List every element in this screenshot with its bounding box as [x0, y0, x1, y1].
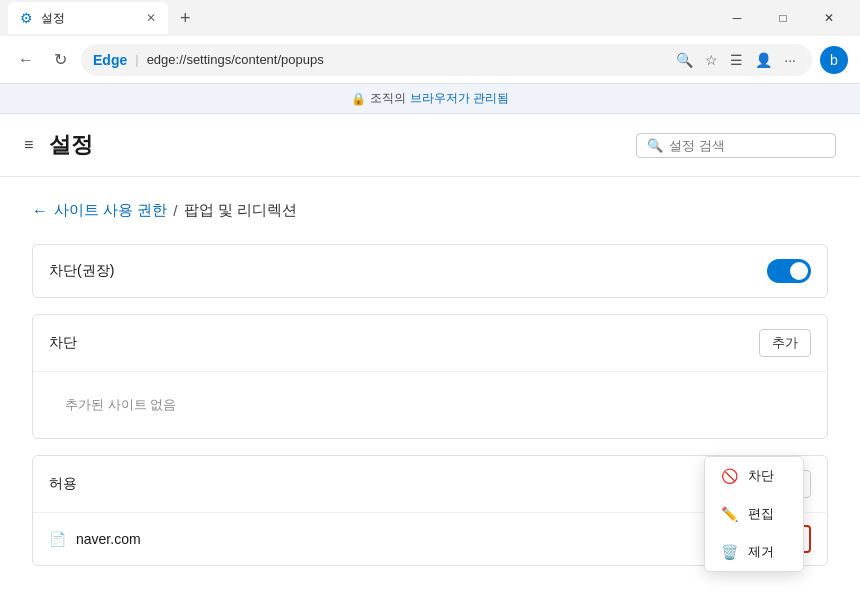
collections-button[interactable]: ☰: [726, 48, 747, 72]
block-toggle[interactable]: [767, 259, 811, 283]
more-button[interactable]: ···: [780, 48, 800, 72]
site-doc-icon: 📄: [49, 531, 66, 547]
tab-close-button[interactable]: ✕: [146, 11, 156, 25]
search-input[interactable]: [669, 138, 837, 153]
ctx-item-icon: 🚫: [721, 468, 738, 484]
addressbar: ← ↻ Edge | edge://settings/content/popup…: [0, 36, 860, 84]
ctx-item-label: 편집: [748, 505, 774, 523]
address-icons: 🔍 ☆ ☰ 👤 ···: [672, 48, 800, 72]
block-list-empty-label: 추가된 사이트 없음: [49, 386, 192, 424]
back-button[interactable]: ←: [12, 47, 40, 73]
block-recommended-row: 차단(권장): [33, 245, 827, 297]
tab-label: 설정: [41, 10, 65, 27]
menu-button[interactable]: ≡: [24, 136, 33, 154]
search-icon: 🔍: [647, 138, 663, 153]
ctx-item-icon: ✏️: [721, 506, 738, 522]
ctx-item-label: 차단: [748, 467, 774, 485]
window-controls: ─ □ ✕: [714, 2, 852, 34]
profile-button[interactable]: 👤: [751, 48, 776, 72]
page-title: 설정: [49, 130, 93, 160]
lock-icon: 🔒: [351, 92, 366, 106]
block-list-header-row: 차단 추가: [33, 315, 827, 372]
org-bar: 🔒 조직의 브라우저가 관리됨: [0, 84, 860, 114]
search-icon-btn[interactable]: 🔍: [672, 48, 697, 72]
address-url: edge://settings/content/popups: [147, 52, 324, 67]
managed-link[interactable]: 브라우저가 관리됨: [410, 90, 509, 107]
block-list-section: 차단 추가 추가된 사이트 없음: [32, 314, 828, 439]
block-recommended-label: 차단(권장): [49, 262, 767, 280]
tab-settings-icon: ⚙: [20, 10, 33, 26]
context-menu-item[interactable]: 🗑️제거: [705, 533, 803, 571]
block-list-empty-row: 추가된 사이트 없음: [33, 372, 827, 438]
block-add-button[interactable]: 추가: [759, 329, 811, 357]
context-menu-item[interactable]: ✏️편집: [705, 495, 803, 533]
active-tab: ⚙ 설정 ✕: [8, 2, 168, 34]
context-menu: 🚫차단✏️편집🗑️제거: [704, 456, 804, 572]
ctx-item-icon: 🗑️: [721, 544, 738, 560]
breadcrumb-separator: /: [173, 202, 177, 219]
block-recommended-section: 차단(권장): [32, 244, 828, 298]
context-menu-item[interactable]: 🚫차단: [705, 457, 803, 495]
settings-header: ≡ 설정 🔍: [0, 114, 860, 177]
new-tab-button[interactable]: +: [172, 8, 199, 29]
toggle-knob: [790, 262, 808, 280]
address-box[interactable]: Edge | edge://settings/content/popups 🔍 …: [81, 44, 812, 76]
window-close-button[interactable]: ✕: [806, 2, 852, 34]
bing-button[interactable]: b: [820, 46, 848, 74]
org-text: 조직의: [370, 90, 406, 107]
minimize-button[interactable]: ─: [714, 2, 760, 34]
site-name: naver.com: [76, 531, 773, 547]
breadcrumb: ← 사이트 사용 권한 / 팝업 및 리디렉션: [32, 201, 828, 220]
favorites-button[interactable]: ☆: [701, 48, 722, 72]
maximize-button[interactable]: □: [760, 2, 806, 34]
block-list-label: 차단: [49, 334, 759, 352]
ctx-item-label: 제거: [748, 543, 774, 561]
breadcrumb-current: 팝업 및 리디렉션: [184, 201, 297, 220]
titlebar: ⚙ 설정 ✕ + ─ □ ✕: [0, 0, 860, 36]
breadcrumb-back-button[interactable]: ←: [32, 202, 48, 220]
allow-label: 허용: [49, 475, 759, 493]
address-separator: |: [135, 52, 138, 67]
refresh-button[interactable]: ↻: [48, 46, 73, 73]
edge-logo: Edge: [93, 52, 127, 68]
settings-search-box[interactable]: 🔍: [636, 133, 836, 158]
breadcrumb-parent-link[interactable]: 사이트 사용 권한: [54, 201, 167, 220]
